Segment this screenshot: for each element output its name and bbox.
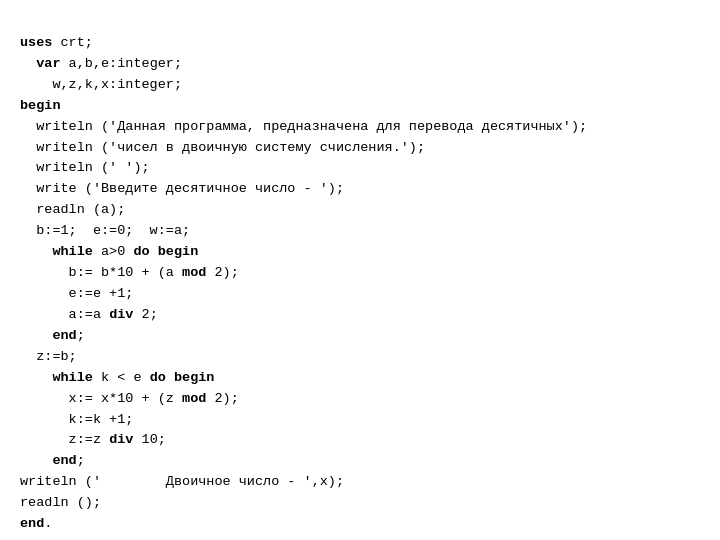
indent [20, 265, 69, 280]
line-while1: while a>0 do begin [20, 242, 700, 263]
indent [20, 77, 52, 92]
line-end-dot: end. [20, 514, 700, 535]
indent [20, 328, 52, 343]
code-text: b:=1; e:=0; w:=a; [36, 223, 190, 238]
indent [20, 244, 52, 259]
code-text: 2); [206, 391, 238, 406]
line-write: write ('Введите десятичное число - '); [20, 179, 700, 200]
keyword: end [52, 453, 76, 468]
line-end1: end; [20, 326, 700, 347]
indent [20, 140, 36, 155]
code-text: crt; [52, 35, 93, 50]
line-begin: begin [20, 96, 700, 117]
line-e-assign: e:=e +1; [20, 284, 700, 305]
indent [20, 119, 36, 134]
keyword: mod [182, 265, 206, 280]
code-text: a,b,e:integer; [61, 56, 183, 71]
code-text: a:=a [69, 307, 110, 322]
line-end2: end; [20, 451, 700, 472]
code-text: readln (a); [36, 202, 125, 217]
line-z-assign: z:=b; [20, 347, 700, 368]
keyword: do begin [150, 370, 215, 385]
line-readln2: readln (); [20, 493, 700, 514]
indent [20, 391, 69, 406]
keyword: while [52, 370, 93, 385]
code-text: b:= b*10 + (a [69, 265, 182, 280]
code-text: w,z,k,x:integer; [52, 77, 182, 92]
line-writeln4: writeln (' Двоичное число - ',x); [20, 472, 700, 493]
keyword: do begin [133, 244, 198, 259]
indent [20, 349, 36, 364]
line-var: var a,b,e:integer; [20, 54, 700, 75]
line-uses: uses crt; [20, 33, 700, 54]
indent [20, 223, 36, 238]
line-writeln3: writeln (' '); [20, 158, 700, 179]
indent [20, 160, 36, 175]
line-z-div: z:=z div 10; [20, 430, 700, 451]
line-b-assign: b:= b*10 + (a mod 2); [20, 263, 700, 284]
line-assign1: b:=1; e:=0; w:=a; [20, 221, 700, 242]
indent [20, 181, 36, 196]
code-text: x:= x*10 + (z [69, 391, 182, 406]
keyword: mod [182, 391, 206, 406]
indent [20, 202, 36, 217]
keyword: end [52, 328, 76, 343]
line-while2: while k < e do begin [20, 368, 700, 389]
line-k-assign: k:=k +1; [20, 410, 700, 431]
line-x-assign: x:= x*10 + (z mod 2); [20, 389, 700, 410]
code-text: 10; [133, 432, 165, 447]
keyword: while [52, 244, 93, 259]
indent [20, 56, 36, 71]
code-text: 2); [206, 265, 238, 280]
indent [20, 412, 69, 427]
code-text: write ('Введите десятичное число - '); [36, 181, 344, 196]
code-text: k:=k +1; [69, 412, 134, 427]
code-text: writeln (' Двоичное число - ',x); [20, 474, 344, 489]
line-readln-a: readln (a); [20, 200, 700, 221]
keyword: var [36, 56, 60, 71]
code-text: ; [77, 453, 85, 468]
code-text: e:=e +1; [69, 286, 134, 301]
line-a-div: a:=a div 2; [20, 305, 700, 326]
keyword: div [109, 307, 133, 322]
code-text: 2; [133, 307, 157, 322]
code-text: writeln ('чисел в двоичную систему счисл… [36, 140, 425, 155]
line-writeln1: writeln ('Данная программа, предназначен… [20, 117, 700, 138]
code-text: k < e [93, 370, 150, 385]
code-text: ; [77, 328, 85, 343]
code-text: writeln (' '); [36, 160, 149, 175]
keyword: begin [20, 98, 61, 113]
code-text: writeln ('Данная программа, предназначен… [36, 119, 587, 134]
indent [20, 453, 52, 468]
keyword: end [20, 516, 44, 531]
indent [20, 370, 52, 385]
code-text: readln (); [20, 495, 101, 510]
keyword: div [109, 432, 133, 447]
code-text: a>0 [93, 244, 134, 259]
code-text: z:=b; [36, 349, 77, 364]
line-writeln2: writeln ('чисел в двоичную систему счисл… [20, 138, 700, 159]
code-editor: uses crt; var a,b,e:integer; w,z,k,x:int… [20, 12, 700, 535]
keyword: uses [20, 35, 52, 50]
code-text: . [44, 516, 52, 531]
code-text: z:=z [69, 432, 110, 447]
line-wzkx: w,z,k,x:integer; [20, 75, 700, 96]
indent [20, 432, 69, 447]
indent [20, 286, 69, 301]
indent [20, 307, 69, 322]
